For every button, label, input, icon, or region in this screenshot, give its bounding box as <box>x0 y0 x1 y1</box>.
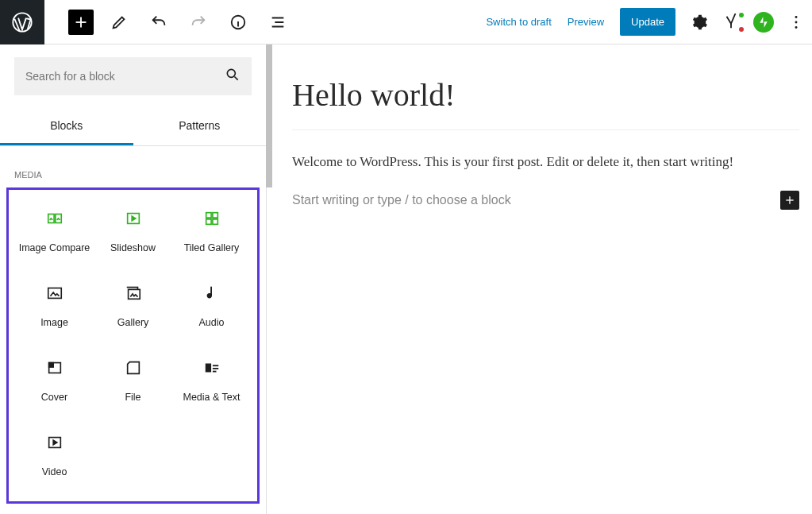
block-search-input[interactable] <box>25 70 225 83</box>
svg-rect-9 <box>206 213 210 218</box>
edit-tool-icon[interactable] <box>105 8 133 37</box>
block-cover[interactable]: Cover <box>15 346 94 420</box>
block-label: Video <box>42 466 67 477</box>
block-search-box[interactable] <box>14 57 252 95</box>
block-audio[interactable]: Audio <box>172 271 251 346</box>
update-button[interactable]: Update <box>620 8 675 36</box>
file-icon <box>124 358 143 377</box>
undo-icon[interactable] <box>144 8 173 37</box>
svg-rect-20 <box>212 371 216 373</box>
svg-rect-10 <box>212 213 217 218</box>
block-file[interactable]: File <box>94 346 172 420</box>
svg-rect-11 <box>206 219 210 224</box>
svg-rect-14 <box>128 289 140 299</box>
block-label: Gallery <box>117 317 149 328</box>
cover-icon <box>45 358 64 377</box>
svg-rect-13 <box>48 288 61 299</box>
block-video[interactable]: Video <box>15 420 94 495</box>
inserter-tabs: Blocks Patterns <box>0 108 266 146</box>
block-label: Image Compare <box>19 242 90 253</box>
add-block-inline-button[interactable] <box>780 191 799 210</box>
block-gallery[interactable]: Gallery <box>94 271 172 346</box>
svg-rect-12 <box>212 219 217 224</box>
add-block-toggle[interactable] <box>68 10 94 35</box>
jetpack-icon[interactable] <box>753 12 774 33</box>
tab-patterns[interactable]: Patterns <box>133 108 267 145</box>
svg-point-5 <box>227 69 235 77</box>
media-blocks-grid: Image Compare Slideshow Tiled Gallery Im… <box>6 187 260 504</box>
block-label: Tiled Gallery <box>184 242 240 253</box>
wordpress-logo[interactable] <box>0 0 44 44</box>
new-block-placeholder[interactable]: Start writing or type / to choose a bloc… <box>292 193 780 207</box>
search-icon <box>225 67 241 86</box>
main-area: Blocks Patterns MEDIA Image Compare Slid… <box>0 44 812 514</box>
outline-icon[interactable] <box>264 8 292 37</box>
block-label: File <box>125 392 140 403</box>
svg-rect-17 <box>205 364 210 373</box>
block-label: Audio <box>199 317 225 328</box>
post-body-paragraph[interactable]: Welcome to WordPress. This is your first… <box>292 154 799 170</box>
switch-to-draft-button[interactable]: Switch to draft <box>478 16 559 28</box>
media-text-icon <box>202 358 221 377</box>
tab-blocks[interactable]: Blocks <box>0 108 133 145</box>
svg-point-3 <box>795 21 798 23</box>
svg-rect-18 <box>212 365 217 366</box>
preview-button[interactable]: Preview <box>560 16 612 28</box>
block-label: Media & Text <box>183 392 240 403</box>
redo-icon[interactable] <box>184 8 213 37</box>
post-title[interactable]: Hello world! <box>292 76 799 130</box>
scrollbar-thumb[interactable] <box>266 44 272 187</box>
block-inserter-panel: Blocks Patterns MEDIA Image Compare Slid… <box>0 44 267 514</box>
more-options-icon[interactable] <box>787 13 806 32</box>
block-slideshow[interactable]: Slideshow <box>94 196 172 271</box>
info-icon[interactable] <box>224 8 252 37</box>
block-label: Image <box>40 317 68 328</box>
slideshow-icon <box>124 209 143 228</box>
section-media-label: MEDIA <box>0 146 266 187</box>
svg-point-2 <box>795 16 798 18</box>
block-label: Cover <box>41 392 67 403</box>
block-image[interactable]: Image <box>15 271 94 346</box>
block-image-compare[interactable]: Image Compare <box>15 196 94 271</box>
gallery-icon <box>124 284 143 303</box>
image-icon <box>45 284 64 303</box>
video-icon <box>45 433 64 452</box>
block-media-text[interactable]: Media & Text <box>172 346 251 420</box>
settings-gear-icon[interactable] <box>690 13 709 32</box>
svg-rect-19 <box>212 368 217 369</box>
post-editor: Hello world! Welcome to WordPress. This … <box>267 44 812 514</box>
yoast-icon[interactable] <box>722 13 741 32</box>
svg-point-4 <box>795 25 798 28</box>
block-tiled-gallery[interactable]: Tiled Gallery <box>172 196 251 271</box>
svg-rect-16 <box>48 363 52 368</box>
audio-icon <box>202 284 221 303</box>
image-compare-icon <box>45 209 64 228</box>
tiled-gallery-icon <box>202 209 221 228</box>
block-label: Slideshow <box>110 242 156 253</box>
new-block-placeholder-row: Start writing or type / to choose a bloc… <box>292 191 799 210</box>
editor-top-toolbar: Switch to draft Preview Update <box>0 0 812 44</box>
